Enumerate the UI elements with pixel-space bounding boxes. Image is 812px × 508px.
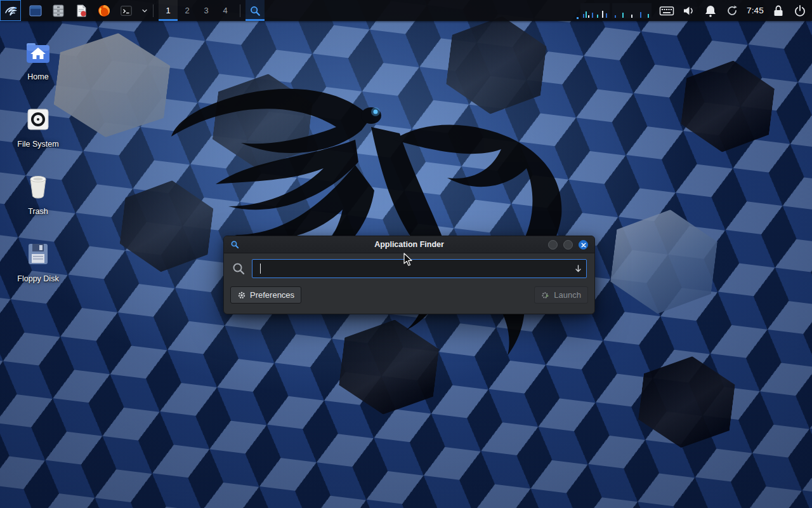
desktop-icon-trash[interactable]: Trash (0, 173, 76, 217)
home-folder-icon (24, 38, 52, 66)
top-panel: 1 2 3 4 (0, 0, 812, 21)
close-button[interactable] (579, 240, 588, 250)
history-dropdown-arrow-icon[interactable] (574, 264, 582, 276)
file-cabinet-icon (51, 4, 65, 18)
mouse-cursor (403, 253, 414, 267)
terminal-launcher[interactable] (120, 0, 133, 21)
titlebar[interactable]: Application Finder (224, 236, 594, 253)
launch-button[interactable]: Launch (534, 286, 588, 304)
desktop-icon-home[interactable]: Home (0, 38, 76, 82)
application-finder-taskbar-button[interactable] (246, 0, 265, 21)
workspace-label: 3 (204, 6, 208, 15)
launch-icon (541, 291, 550, 300)
workspace-button-3[interactable]: 3 (197, 0, 216, 21)
maximize-button[interactable] (563, 240, 573, 250)
desktop-icon-label: Trash (28, 207, 48, 216)
workspace-button-1[interactable]: 1 (159, 0, 178, 21)
firefox-launcher[interactable] (97, 0, 111, 21)
wallpaper-cube (607, 204, 721, 320)
volume-icon[interactable] (682, 4, 696, 18)
window-app-icon (230, 240, 239, 249)
wallpaper-cube (678, 55, 778, 157)
window-icon (29, 4, 43, 18)
floppy-disk-icon (24, 240, 52, 268)
text-editor-icon (74, 4, 88, 18)
kali-logo-icon (3, 3, 18, 18)
kali-dragon-logo (146, 57, 590, 375)
show-desktop-button[interactable] (29, 0, 43, 21)
keyboard-layout-icon[interactable] (659, 4, 674, 18)
lock-icon[interactable] (771, 4, 785, 18)
text-caret (260, 264, 261, 274)
text-editor-launcher[interactable] (74, 0, 88, 21)
close-icon (581, 243, 586, 248)
panel-separator (153, 4, 154, 17)
chevron-down-icon (141, 8, 148, 14)
logout-power-icon[interactable] (793, 4, 807, 18)
workspace-button-4[interactable]: 4 (216, 0, 235, 21)
panel-separator (240, 4, 240, 17)
preferences-button[interactable]: Preferences (230, 286, 301, 304)
desktop-icon-floppy-disk[interactable]: Floppy Disk (0, 240, 76, 284)
workspace-label: 1 (166, 6, 170, 15)
system-monitor-graph[interactable] (577, 3, 652, 19)
file-manager-launcher[interactable] (51, 0, 65, 21)
search-icon (232, 262, 246, 276)
gear-icon (237, 291, 246, 300)
panel-clock[interactable]: 7:45 (747, 6, 764, 15)
desktop-icon-file-system[interactable]: File System (0, 105, 76, 149)
preferences-label: Preferences (250, 290, 294, 300)
desktop-icon-label: Floppy Disk (17, 274, 58, 283)
window-title: Application Finder (224, 240, 594, 249)
terminal-icon (120, 4, 133, 17)
launch-label: Launch (554, 290, 581, 300)
desktop-icon-label: Home (27, 72, 48, 81)
software-update-icon[interactable] (725, 4, 739, 18)
minimize-button[interactable] (548, 240, 558, 250)
search-input[interactable] (252, 259, 587, 278)
firefox-icon (97, 4, 111, 18)
notifications-bell-icon[interactable] (704, 4, 717, 18)
desktop-icon-label: File System (17, 140, 58, 149)
terminal-dropdown-button[interactable] (141, 0, 148, 21)
application-finder-window: Application Finder (223, 236, 595, 314)
desktop: Home File System Trash Floppy Disk (0, 0, 812, 508)
file-system-drive-icon (24, 105, 52, 133)
workspace-label: 4 (223, 6, 227, 15)
applications-menu-button[interactable] (0, 0, 21, 21)
magnifier-icon (249, 5, 261, 17)
trash-can-icon (24, 173, 52, 201)
workspace-button-2[interactable]: 2 (178, 0, 197, 21)
workspace-label: 2 (185, 6, 189, 15)
wallpaper-cube (636, 351, 738, 453)
